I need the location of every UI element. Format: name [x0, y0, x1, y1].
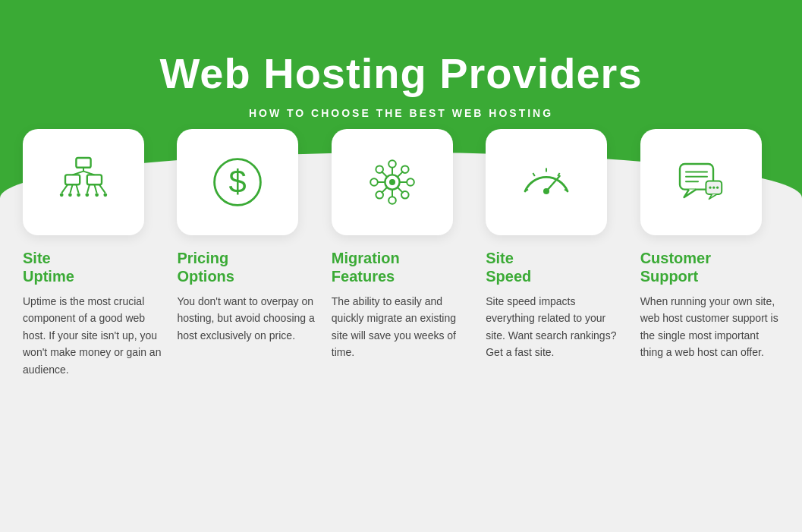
svg-line-10 [94, 184, 96, 193]
card-title-pricing: PricingOptions [177, 249, 234, 285]
svg-point-31 [388, 197, 396, 204]
svg-point-44 [543, 188, 549, 194]
svg-rect-0 [76, 158, 90, 168]
svg-text:$: $ [229, 164, 247, 200]
card-title-uptime: SiteUptime [23, 249, 74, 285]
card-site-speed: SiteSpeed Site speed impacts everything … [486, 129, 624, 361]
svg-line-9 [87, 184, 90, 193]
card-title-speed: SiteSpeed [486, 249, 531, 285]
svg-point-51 [712, 187, 715, 189]
svg-point-12 [60, 193, 64, 197]
svg-point-34 [376, 165, 383, 173]
svg-point-50 [709, 187, 711, 189]
svg-point-15 [85, 193, 89, 197]
dollar-icon: $ [207, 152, 268, 212]
page-wrapper: Web Hosting Providers HOW TO CHOOSE THE … [0, 0, 802, 532]
svg-point-35 [401, 191, 409, 199]
chat-icon [671, 152, 731, 212]
svg-point-36 [401, 165, 409, 173]
subtitle: HOW TO CHOOSE THE BEST WEB HOSTING [249, 107, 553, 119]
speedometer-icon [516, 152, 577, 212]
card-text-pricing: You don't want to overpay on hosting, bu… [177, 293, 316, 344]
icon-box-migration [332, 129, 453, 235]
svg-point-13 [68, 193, 72, 197]
svg-point-21 [389, 179, 395, 185]
svg-line-8 [76, 184, 78, 193]
svg-point-16 [95, 193, 99, 197]
svg-point-30 [388, 160, 396, 168]
svg-point-33 [407, 178, 414, 186]
svg-point-52 [716, 187, 719, 189]
svg-point-37 [376, 191, 383, 199]
card-site-uptime: SiteUptime Uptime is the most crucial co… [23, 129, 162, 378]
svg-rect-2 [87, 175, 102, 184]
migration-icon [362, 152, 423, 212]
card-text-uptime: Uptime is the most crucial component of … [23, 293, 162, 378]
card-text-speed: Site speed impacts everything related to… [486, 293, 624, 361]
svg-point-17 [103, 193, 107, 197]
svg-line-6 [61, 184, 68, 193]
card-pricing-options: $ PricingOptions You don't want to overp… [177, 129, 316, 344]
cards-container: SiteUptime Uptime is the most crucial co… [23, 129, 779, 378]
card-text-migration: The ability to easily and quickly migrat… [332, 293, 470, 361]
svg-line-7 [70, 184, 72, 193]
svg-rect-1 [65, 175, 80, 184]
svg-point-14 [77, 193, 80, 197]
icon-box-support [640, 129, 762, 235]
content-section: SiteUptime Uptime is the most crucial co… [0, 212, 802, 532]
network-icon [53, 152, 114, 212]
main-title: Web Hosting Providers [159, 49, 642, 98]
icon-box-uptime [23, 129, 144, 235]
svg-line-11 [99, 184, 105, 193]
card-text-support: When running your own site, web host cus… [640, 293, 779, 361]
card-title-support: CustomerSupport [640, 249, 711, 285]
card-title-migration: MigrationFeatures [332, 249, 400, 285]
svg-line-41 [533, 173, 535, 176]
card-migration-features: MigrationFeatures The ability to easily … [332, 129, 470, 361]
icon-box-speed [486, 129, 607, 235]
icon-box-pricing: $ [177, 129, 298, 235]
svg-point-32 [370, 178, 378, 186]
card-customer-support: CustomerSupport When running your own si… [640, 129, 779, 361]
